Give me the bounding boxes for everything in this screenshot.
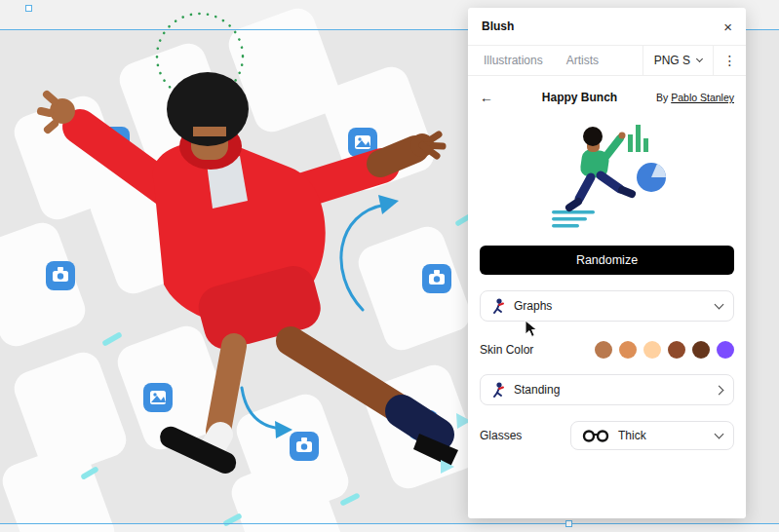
chevron-down-icon	[715, 299, 724, 309]
blush-plugin-panel: Blush × Illustrations Artists PNG S ⋮ ← …	[468, 8, 746, 518]
chevron-down-icon	[696, 56, 703, 62]
pose-dropdown[interactable]: Standing	[480, 374, 734, 405]
skin-swatches	[595, 341, 734, 359]
export-format-dropdown[interactable]: PNG S	[643, 46, 713, 75]
skin-swatch[interactable]	[643, 341, 661, 359]
export-format-value: PNG S	[654, 54, 690, 67]
skin-color-label: Skin Color	[480, 343, 533, 357]
back-icon[interactable]: ←	[480, 90, 503, 105]
byline-prefix: By	[656, 92, 671, 103]
tabs-spacer	[610, 46, 643, 75]
figma-stage: Blush × Illustrations Artists PNG S ⋮ ← …	[0, 0, 779, 532]
skin-swatch[interactable]	[619, 341, 637, 359]
chevron-right-icon	[715, 385, 724, 395]
glasses-label: Glasses	[480, 429, 570, 442]
panel-tabs: Illustrations Artists PNG S ⋮	[468, 45, 746, 76]
pose-value: Standing	[514, 383, 560, 397]
panel-title: Blush	[482, 19, 514, 33]
glasses-icon	[582, 430, 609, 442]
selection-handle[interactable]	[25, 5, 32, 12]
panel-content: ← Happy Bunch By Pablo Stanley	[468, 76, 746, 518]
randomize-button[interactable]: Randomize	[480, 246, 734, 275]
artist-link[interactable]: Pablo Stanley	[671, 92, 734, 103]
collection-header: ← Happy Bunch By Pablo Stanley	[480, 90, 734, 105]
preview-art	[534, 117, 681, 232]
chevron-down-icon	[715, 429, 724, 438]
selection-bound-bottom	[0, 523, 779, 524]
collection-byline: By Pablo Stanley	[656, 92, 734, 103]
close-icon[interactable]: ×	[723, 19, 732, 34]
panel-header: Blush ×	[468, 8, 746, 45]
kebab-menu-icon[interactable]: ⋮	[713, 46, 746, 75]
glasses-value: Thick	[618, 429, 646, 442]
figure-icon	[491, 298, 505, 314]
illustration-preview	[480, 105, 734, 236]
tab-artists[interactable]: Artists	[555, 46, 610, 75]
glasses-dropdown[interactable]: Thick	[570, 421, 734, 450]
collection-title: Happy Bunch	[503, 91, 656, 104]
tab-illustrations[interactable]: Illustrations	[468, 46, 555, 75]
category-value: Graphs	[514, 299, 552, 313]
skin-swatch[interactable]	[717, 341, 734, 359]
skin-color-row: Skin Color	[480, 341, 734, 359]
skin-swatch[interactable]	[692, 341, 710, 359]
selection-handle[interactable]	[565, 520, 572, 527]
category-dropdown[interactable]: Graphs	[480, 290, 734, 322]
skin-swatch[interactable]	[595, 341, 612, 359]
skin-swatch[interactable]	[668, 341, 685, 359]
glasses-row: Glasses Thick	[480, 421, 734, 450]
figure-icon	[491, 382, 505, 398]
